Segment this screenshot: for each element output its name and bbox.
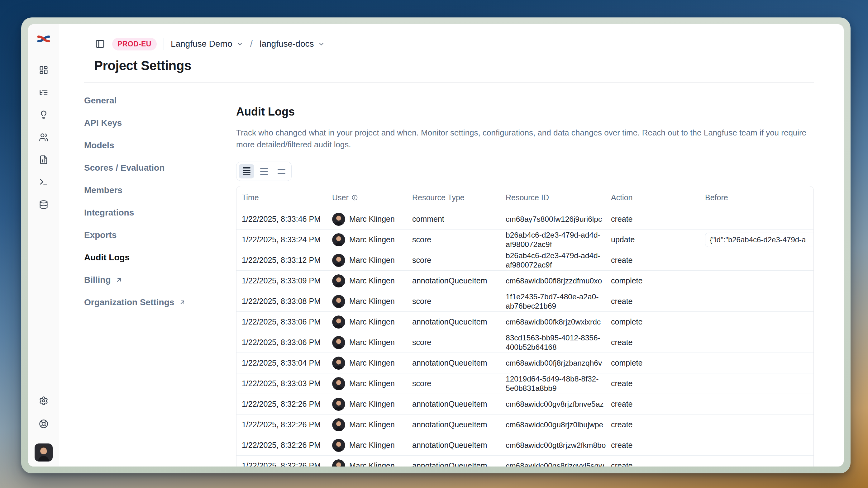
- user-name: Marc Klingen: [349, 358, 395, 367]
- user-avatar-icon: [332, 316, 345, 329]
- org-name: Langfuse Demo: [171, 39, 232, 49]
- cell-time: 1/22/2025, 8:32:26 PM: [242, 461, 332, 466]
- user-name: Marc Klingen: [349, 420, 395, 429]
- settings-nav-exports[interactable]: Exports: [84, 224, 236, 246]
- table-row[interactable]: 1/22/2025, 8:32:26 PM Marc Klingen annot…: [237, 394, 813, 414]
- row-height-dense-button[interactable]: [239, 164, 254, 178]
- table-row[interactable]: 1/22/2025, 8:32:26 PM Marc Klingen annot…: [237, 414, 813, 435]
- rail-nav: [38, 65, 49, 210]
- settings-nav-general[interactable]: General: [84, 89, 236, 112]
- cell-user: Marc Klingen: [332, 377, 412, 390]
- cell-user: Marc Klingen: [332, 295, 412, 308]
- org-switcher[interactable]: Langfuse Demo: [171, 39, 243, 49]
- life-buoy-icon: [39, 419, 48, 428]
- settings-button[interactable]: [38, 395, 49, 406]
- user-avatar-icon: [332, 398, 345, 411]
- rail-item-playground[interactable]: [38, 177, 49, 188]
- rail-item-evaluation[interactable]: [38, 109, 49, 120]
- settings-nav-models[interactable]: Models: [84, 134, 236, 157]
- cell-resource-type: score: [412, 235, 506, 244]
- langfuse-app: PROD-EU Langfuse Demo / langfuse-docs Pr…: [28, 24, 844, 466]
- gear-icon: [39, 396, 48, 405]
- user-avatar[interactable]: [35, 444, 53, 461]
- user-avatar-icon: [332, 377, 345, 390]
- main-area: PROD-EU Langfuse Demo / langfuse-docs Pr…: [59, 24, 844, 466]
- cell-resource-id: cm68awidb00fl8rjzzdfmu0xo: [506, 276, 611, 286]
- cell-user: Marc Klingen: [332, 459, 412, 467]
- settings-nav: General API Keys Models Scores / Evaluat…: [84, 83, 236, 466]
- cell-user: Marc Klingen: [332, 254, 412, 267]
- rows-tall-icon: [278, 169, 285, 174]
- dashboard-icon: [39, 65, 48, 75]
- cell-user: Marc Klingen: [332, 418, 412, 431]
- table-row[interactable]: 1/22/2025, 8:33:24 PM Marc Klingen score…: [237, 229, 813, 250]
- user-name: Marc Klingen: [349, 379, 395, 388]
- cell-resource-id: b26ab4c6-d2e3-479d-ad4d-af980072ac9f: [506, 251, 611, 270]
- settings-nav-audit-logs[interactable]: Audit Logs: [84, 246, 236, 269]
- cell-user: Marc Klingen: [332, 316, 412, 329]
- table-row[interactable]: 1/22/2025, 8:33:08 PM Marc Klingen score…: [237, 291, 813, 312]
- cell-before: {"id":"b26ab4c6-d2e3-479d-a: [705, 233, 813, 247]
- project-switcher[interactable]: langfuse-docs: [259, 39, 324, 49]
- settings-nav-api-keys[interactable]: API Keys: [84, 112, 236, 134]
- cell-user: Marc Klingen: [332, 274, 412, 287]
- table-row[interactable]: 1/22/2025, 8:33:09 PM Marc Klingen annot…: [237, 270, 813, 291]
- external-link-icon: [115, 276, 123, 284]
- table-row[interactable]: 1/22/2025, 8:32:26 PM Marc Klingen annot…: [237, 455, 813, 466]
- row-height-tall-button[interactable]: [274, 164, 289, 178]
- settings-nav-organization-settings[interactable]: Organization Settings: [84, 291, 236, 314]
- user-name: Marc Klingen: [349, 399, 395, 409]
- cell-resource-type: annotationQueueItem: [412, 317, 506, 326]
- cell-resource-id: cm68awidc00gt8rjzw2fkm8bo: [506, 441, 611, 450]
- settings-nav-members[interactable]: Members: [84, 179, 236, 201]
- cell-time: 1/22/2025, 8:33:04 PM: [242, 358, 332, 367]
- cell-resource-type: score: [412, 379, 506, 388]
- table-row[interactable]: 1/22/2025, 8:33:12 PM Marc Klingen score…: [237, 250, 813, 270]
- settings-nav-scores-evaluation[interactable]: Scores / Evaluation: [84, 157, 236, 179]
- cell-action: create: [611, 215, 705, 224]
- user-avatar-icon: [332, 439, 345, 452]
- row-height-toggle: [236, 162, 291, 181]
- cell-resource-id: 83cd1563-bb95-4012-8356-400b52b64168: [506, 333, 611, 352]
- cell-resource-id: cm68awidc00gu8rjz0lbujwpe: [506, 420, 611, 429]
- cell-time: 1/22/2025, 8:33:03 PM: [242, 379, 332, 388]
- table-row[interactable]: 1/22/2025, 8:33:06 PM Marc Klingen annot…: [237, 312, 813, 332]
- cell-action: create: [611, 441, 705, 450]
- external-link-icon: [179, 299, 186, 306]
- cell-user: Marc Klingen: [332, 439, 412, 452]
- rail-item-tracing[interactable]: [38, 87, 49, 98]
- user-name: Marc Klingen: [349, 215, 395, 224]
- user-name: Marc Klingen: [349, 317, 395, 326]
- info-icon: [351, 194, 358, 201]
- table-row[interactable]: 1/22/2025, 8:33:03 PM Marc Klingen score…: [237, 373, 813, 394]
- rail-item-users[interactable]: [38, 132, 49, 143]
- env-badge[interactable]: PROD-EU: [112, 38, 157, 51]
- rail-item-prompts[interactable]: [38, 155, 49, 165]
- cell-time: 1/22/2025, 8:33:08 PM: [242, 297, 332, 306]
- cell-action: complete: [611, 317, 705, 326]
- user-avatar-icon: [332, 254, 345, 267]
- row-height-medium-button[interactable]: [256, 164, 272, 178]
- sidebar-toggle-button[interactable]: [94, 38, 106, 50]
- user-avatar-icon: [332, 418, 345, 431]
- settings-nav-billing[interactable]: Billing: [84, 269, 236, 291]
- table-row[interactable]: 1/22/2025, 8:33:04 PM Marc Klingen annot…: [237, 353, 813, 373]
- support-button[interactable]: [38, 419, 49, 429]
- user-avatar-icon: [332, 233, 345, 246]
- table-row[interactable]: 1/22/2025, 8:32:26 PM Marc Klingen annot…: [237, 435, 813, 455]
- users-icon: [39, 133, 48, 142]
- cell-action: update: [611, 235, 705, 244]
- rail-item-dashboard[interactable]: [38, 65, 49, 75]
- before-json-preview[interactable]: {"id":"b26ab4c6-d2e3-479d-a: [705, 233, 814, 247]
- desktop: { "colors": { "accent_badge_bg": "#fce7f…: [0, 0, 868, 488]
- table-row[interactable]: 1/22/2025, 8:33:46 PM Marc Klingen comme…: [237, 209, 813, 229]
- cell-action: create: [611, 338, 705, 347]
- column-header-resource-type: Resource Type: [412, 193, 506, 202]
- table-row[interactable]: 1/22/2025, 8:33:06 PM Marc Klingen score…: [237, 332, 813, 353]
- breadcrumb: PROD-EU Langfuse Demo / langfuse-docs: [94, 37, 844, 51]
- settings-nav-integrations[interactable]: Integrations: [84, 201, 236, 224]
- cell-user: Marc Klingen: [332, 233, 412, 246]
- cell-action: create: [611, 399, 705, 409]
- settings-content: General API Keys Models Scores / Evaluat…: [84, 83, 814, 466]
- rail-item-datasets[interactable]: [38, 199, 49, 210]
